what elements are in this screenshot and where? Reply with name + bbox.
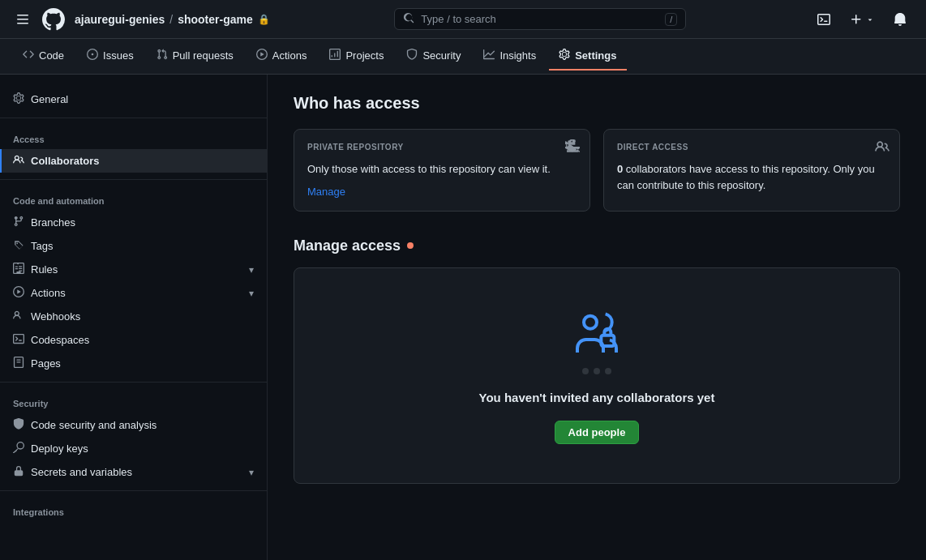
sidebar: General Access Collaborators Code and au… bbox=[0, 75, 268, 560]
manage-link[interactable]: Manage bbox=[307, 186, 345, 198]
nav-tabs: Code Issues Pull requests Actions bbox=[0, 39, 926, 75]
sidebar-item-code-security[interactable]: Code security and analysis bbox=[0, 413, 267, 437]
branches-icon bbox=[13, 216, 24, 229]
sidebar-item-webhooks[interactable]: Webhooks bbox=[0, 305, 267, 328]
people-icon bbox=[13, 154, 24, 168]
sidebar-section-security: Security bbox=[0, 389, 267, 413]
direct-access-description: collaborators have access to this reposi… bbox=[617, 163, 875, 191]
private-repo-label: PRIVATE REPOSITORY bbox=[307, 143, 577, 152]
sidebar-divider-2 bbox=[0, 179, 267, 180]
tab-security-label: Security bbox=[422, 49, 461, 62]
terminal-button[interactable] bbox=[811, 10, 837, 29]
notifications-button[interactable] bbox=[887, 10, 913, 29]
sidebar-item-pages[interactable]: Pages bbox=[0, 352, 267, 375]
secrets-icon bbox=[13, 465, 24, 479]
codespaces-icon bbox=[13, 333, 24, 347]
tab-pull-requests-label: Pull requests bbox=[173, 49, 234, 62]
topbar: ajauregui-genies / shooter-game 🔒 Type /… bbox=[0, 0, 926, 39]
code-security-icon bbox=[13, 418, 24, 432]
tab-projects-label: Projects bbox=[345, 49, 384, 62]
breadcrumb-owner[interactable]: ajauregui-genies bbox=[75, 13, 165, 26]
add-people-button[interactable]: Add people bbox=[555, 421, 640, 444]
svg-point-0 bbox=[584, 315, 597, 328]
private-repo-text: Only those with access to this repositor… bbox=[307, 161, 577, 177]
sidebar-item-codespaces[interactable]: Codespaces bbox=[0, 328, 267, 352]
direct-access-card: DIRECT ACCESS 0 collaborators have acces… bbox=[603, 129, 900, 212]
direct-access-label: DIRECT ACCESS bbox=[617, 143, 886, 152]
tab-insights[interactable]: Insights bbox=[474, 42, 546, 71]
actions-chevron-icon: ▾ bbox=[249, 288, 254, 299]
tab-settings-label: Settings bbox=[575, 49, 616, 62]
sidebar-item-secrets-label: Secrets and variables bbox=[31, 466, 242, 478]
manage-access-box: You haven't invited any collaborators ye… bbox=[294, 267, 900, 484]
collab-empty-icon bbox=[571, 307, 623, 374]
sidebar-item-collaborators[interactable]: Collaborators bbox=[0, 149, 267, 173]
sidebar-item-branches-label: Branches bbox=[31, 216, 254, 229]
sidebar-section-code-automation: Code and automation bbox=[0, 186, 267, 211]
sidebar-item-actions-label: Actions bbox=[31, 287, 242, 299]
search-box[interactable]: Type / to search / bbox=[394, 8, 686, 30]
actions-sidebar-icon bbox=[13, 286, 24, 300]
secrets-chevron-icon: ▾ bbox=[249, 467, 254, 478]
tab-code-label: Code bbox=[39, 49, 64, 62]
hamburger-button[interactable] bbox=[13, 10, 32, 29]
tab-security[interactable]: Security bbox=[397, 42, 470, 71]
topbar-search: Type / to search / bbox=[280, 8, 801, 30]
manage-access-label: Manage access bbox=[294, 237, 401, 254]
sidebar-divider-1 bbox=[0, 118, 267, 118]
sidebar-item-webhooks-label: Webhooks bbox=[31, 310, 254, 323]
sidebar-divider-3 bbox=[0, 382, 267, 383]
sidebar-divider-4 bbox=[0, 490, 267, 491]
layout: General Access Collaborators Code and au… bbox=[0, 75, 926, 560]
sidebar-item-deploy-keys-label: Deploy keys bbox=[31, 442, 254, 455]
rules-chevron-icon: ▾ bbox=[249, 264, 254, 276]
tab-insights-label: Insights bbox=[499, 49, 536, 62]
projects-icon bbox=[329, 49, 341, 62]
tab-pull-requests[interactable]: Pull requests bbox=[147, 42, 243, 71]
manage-access-title: Manage access bbox=[294, 237, 900, 254]
sidebar-item-general-label: General bbox=[31, 93, 254, 105]
tags-icon bbox=[13, 239, 24, 253]
sidebar-item-general[interactable]: General bbox=[0, 88, 267, 111]
github-logo[interactable] bbox=[42, 8, 65, 31]
topbar-right bbox=[811, 10, 913, 29]
tab-settings[interactable]: Settings bbox=[549, 42, 626, 71]
search-shortcut: / bbox=[665, 13, 677, 26]
private-repo-card: PRIVATE REPOSITORY Only those with acces… bbox=[294, 129, 590, 212]
sidebar-item-branches[interactable]: Branches bbox=[0, 211, 267, 234]
lock-icon: 🔒 bbox=[258, 14, 270, 25]
pages-icon bbox=[13, 357, 24, 370]
sidebar-item-deploy-keys[interactable]: Deploy keys bbox=[0, 437, 267, 460]
code-icon bbox=[23, 49, 34, 62]
deploy-keys-icon bbox=[13, 442, 24, 455]
pr-icon bbox=[156, 49, 168, 62]
actions-icon bbox=[256, 49, 268, 62]
search-icon bbox=[403, 12, 414, 26]
sidebar-item-rules-label: Rules bbox=[31, 263, 242, 276]
topbar-left: ajauregui-genies / shooter-game 🔒 bbox=[13, 8, 270, 31]
rules-icon bbox=[13, 263, 24, 276]
sidebar-item-code-security-label: Code security and analysis bbox=[31, 419, 254, 431]
who-has-access-title: Who has access bbox=[294, 94, 900, 113]
sidebar-section-integrations: Integrations bbox=[0, 498, 267, 522]
tab-projects[interactable]: Projects bbox=[319, 42, 393, 71]
new-button[interactable] bbox=[843, 10, 881, 29]
sidebar-item-secrets[interactable]: Secrets and variables ▾ bbox=[0, 460, 267, 484]
tab-issues-label: Issues bbox=[103, 49, 134, 62]
sidebar-item-tags[interactable]: Tags bbox=[0, 234, 267, 258]
tab-code[interactable]: Code bbox=[13, 42, 74, 71]
search-placeholder: Type / to search bbox=[421, 13, 658, 25]
breadcrumb-repo[interactable]: shooter-game bbox=[178, 13, 253, 26]
gear-icon bbox=[13, 92, 24, 106]
eye-slash-icon bbox=[565, 139, 580, 156]
sidebar-item-actions[interactable]: Actions ▾ bbox=[0, 281, 267, 305]
sidebar-item-collaborators-label: Collaborators bbox=[31, 155, 254, 167]
breadcrumb: ajauregui-genies / shooter-game 🔒 bbox=[75, 13, 270, 26]
tab-issues[interactable]: Issues bbox=[77, 42, 144, 71]
sidebar-section-access: Access bbox=[0, 125, 267, 149]
tab-actions[interactable]: Actions bbox=[247, 42, 317, 71]
sidebar-item-rules[interactable]: Rules ▾ bbox=[0, 258, 267, 281]
settings-icon bbox=[559, 49, 570, 62]
access-cards: PRIVATE REPOSITORY Only those with acces… bbox=[294, 129, 900, 212]
manage-access-dot bbox=[407, 242, 414, 249]
